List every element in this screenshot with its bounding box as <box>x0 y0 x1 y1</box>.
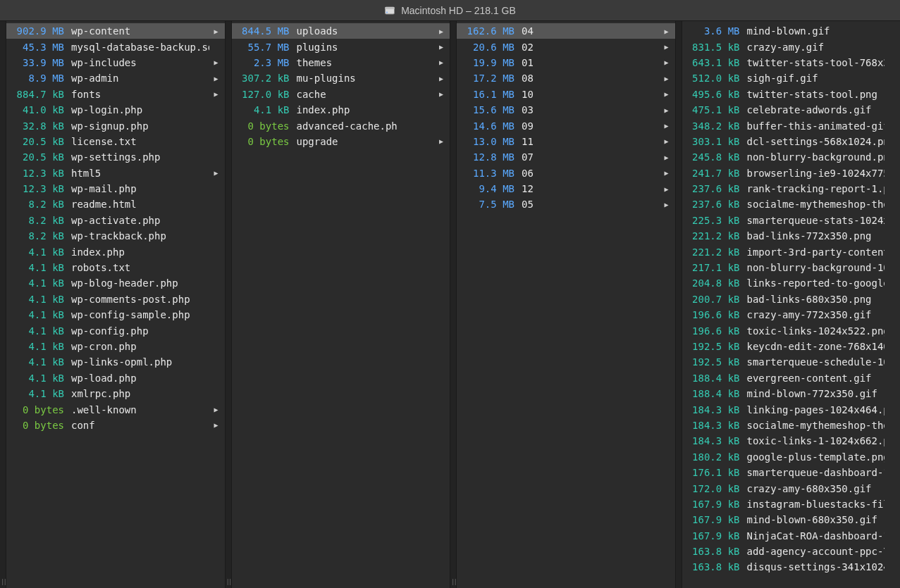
list-item[interactable]: 167.9 kBmind-blown-680x350.gif <box>682 512 901 527</box>
list-item[interactable]: 188.4 kBmind-blown-772x350.gif <box>682 386 901 401</box>
list-item[interactable]: 8.2 kBwp-trackback.php <box>6 228 225 244</box>
scrollbar[interactable] <box>676 21 682 588</box>
file-size: 475.1 kB <box>682 104 747 115</box>
list-item[interactable]: 127.0 kBcache▶ <box>232 87 450 102</box>
list-item[interactable]: 16.1 MB10▶ <box>457 87 675 102</box>
list-item[interactable]: 162.6 MB04▶ <box>457 23 675 39</box>
list-item[interactable]: 2.3 MBthemes▶ <box>232 55 450 70</box>
scrollbar[interactable] <box>226 21 232 588</box>
file-size: 245.8 kB <box>682 151 747 163</box>
list-item[interactable]: 11.3 MB06▶ <box>457 165 675 181</box>
list-item[interactable]: 902.9 MBwp-content▶ <box>6 23 225 39</box>
column-resize-handle[interactable]: || <box>226 578 231 585</box>
scrollbar[interactable] <box>450 21 457 588</box>
list-item[interactable]: 204.8 kBlinks-reported-to-google-102 <box>682 275 901 291</box>
list-item[interactable]: 221.2 kBbad-links-772x350.png <box>682 228 901 244</box>
list-item[interactable]: 225.3 kBsmarterqueue-stats-1024x792 <box>682 213 901 228</box>
list-item[interactable]: 4.1 kBindex.php <box>232 102 450 118</box>
list-item[interactable]: 20.5 kBlicense.txt <box>6 134 225 149</box>
list-item[interactable]: 643.1 kBtwitter-stats-tool-768x3119.p <box>682 55 901 70</box>
list-item[interactable]: 167.9 kBNinjaCat-ROA-dashboard-102 <box>682 528 901 544</box>
list-item[interactable]: 55.7 MBplugins▶ <box>232 39 450 54</box>
list-item[interactable]: 512.0 kBsigh-gif.gif <box>682 70 901 86</box>
list-item[interactable]: 163.8 kBadd-agency-account-ppc-768 <box>682 544 901 559</box>
list-item[interactable]: 348.2 kBbuffer-this-animated-gif-768x <box>682 118 901 133</box>
list-item[interactable]: 495.6 kBtwitter-stats-tool.png <box>682 87 901 102</box>
list-item[interactable]: 192.5 kBsmarterqueue-schedule-1024 <box>682 354 901 370</box>
list-item[interactable]: 9.4 MB12▶ <box>457 181 675 196</box>
list-item[interactable]: 13.0 MB11▶ <box>457 134 675 149</box>
file-size: 127.0 kB <box>232 89 297 100</box>
list-item[interactable]: 192.5 kBkeycdn-edit-zone-768x1409.p <box>682 339 901 354</box>
file-list[interactable]: 3.6 MBmind-blown.gif831.5 kBcrazy-amy.gi… <box>682 21 901 588</box>
list-item[interactable]: 17.2 MB08▶ <box>457 70 675 86</box>
list-item[interactable]: 200.7 kBbad-links-680x350.png <box>682 292 901 307</box>
list-item[interactable]: 172.0 kBcrazy-amy-680x350.gif <box>682 480 901 496</box>
list-item[interactable]: 12.3 kBwp-mail.php <box>6 181 225 196</box>
list-item[interactable]: 167.9 kBinstagram-bluestacks-filters.p <box>682 496 901 512</box>
list-item[interactable]: 19.9 MB01▶ <box>457 55 675 70</box>
list-item[interactable]: 3.6 MBmind-blown.gif <box>682 23 901 39</box>
list-item[interactable]: 184.3 kBtoxic-links-1-1024x662.png <box>682 433 901 449</box>
list-item[interactable]: 0 bytes.well-known▶ <box>6 401 225 417</box>
list-item[interactable]: 237.6 kBrank-tracking-report-1.png <box>682 181 901 196</box>
list-item[interactable]: 0 bytesupgrade▶ <box>232 134 450 149</box>
list-item[interactable]: 307.2 kBmu-plugins▶ <box>232 70 450 86</box>
list-item[interactable]: 176.1 kBsmarterqueue-dashboard-102 <box>682 465 901 480</box>
list-item[interactable]: 4.1 kBwp-blog-header.php <box>6 275 225 291</box>
column-resize-handle[interactable]: || <box>1 578 6 585</box>
list-item[interactable]: 0 bytesconf▶ <box>6 418 225 433</box>
list-item[interactable]: 245.8 kBnon-blurry-background.png <box>682 149 901 165</box>
list-item[interactable]: 4.1 kBwp-cron.php <box>6 339 225 354</box>
list-item[interactable]: 7.5 MB05▶ <box>457 196 675 212</box>
list-item[interactable]: 20.6 MB02▶ <box>457 39 675 54</box>
list-item[interactable]: 4.1 kBwp-links-opml.php <box>6 354 225 370</box>
list-item[interactable]: 8.2 kBwp-activate.php <box>6 213 225 228</box>
list-item[interactable]: 188.4 kBevergreen-content.gif <box>682 370 901 386</box>
list-item[interactable]: 163.8 kBdisqus-settings-341x1024.png <box>682 559 901 575</box>
list-item[interactable]: 241.7 kBbrowserling-ie9-1024x775.pn <box>682 165 901 181</box>
scrollbar[interactable] <box>0 21 6 588</box>
list-item[interactable]: 12.8 MB07▶ <box>457 149 675 165</box>
list-item[interactable]: 884.7 kBfonts▶ <box>6 87 225 102</box>
list-item[interactable]: 221.2 kBimport-3rd-party-content-for- <box>682 244 901 259</box>
file-list[interactable]: 844.5 MBuploads▶55.7 MBplugins▶2.3 MBthe… <box>232 21 450 588</box>
list-item[interactable]: 12.3 kBhtml5▶ <box>6 165 225 181</box>
file-size: 4.1 kB <box>6 246 71 258</box>
list-item[interactable]: 20.5 kBwp-settings.php <box>6 149 225 165</box>
file-list[interactable]: 902.9 MBwp-content▶45.3 MBmysql-database… <box>6 21 225 588</box>
list-item[interactable]: 4.1 kBrobots.txt <box>6 260 225 275</box>
list-item[interactable]: 15.6 MB03▶ <box>457 102 675 118</box>
list-item[interactable]: 45.3 MBmysql-database-backup.sql <box>6 39 225 54</box>
list-item[interactable]: 180.2 kBgoogle-plus-template.png <box>682 449 901 465</box>
list-item[interactable]: 184.3 kBlinking-pages-1024x464.png <box>682 401 901 417</box>
chevron-right-icon: ▶ <box>212 169 221 177</box>
list-item[interactable]: 831.5 kBcrazy-amy.gif <box>682 39 901 54</box>
list-item[interactable]: 4.1 kBwp-config-sample.php <box>6 307 225 323</box>
file-name: dcl-settings-568x1024.png <box>747 136 885 147</box>
file-list[interactable]: 162.6 MB04▶20.6 MB02▶19.9 MB01▶17.2 MB08… <box>457 21 675 588</box>
list-item[interactable]: 196.6 kBcrazy-amy-772x350.gif <box>682 307 901 323</box>
list-item[interactable]: 237.6 kBsocialme-mythemeshop-them <box>682 196 901 212</box>
list-item[interactable]: 844.5 MBuploads▶ <box>232 23 450 39</box>
list-item[interactable]: 4.1 kBwp-comments-post.php <box>6 292 225 307</box>
list-item[interactable]: 217.1 kBnon-blurry-background-1024x <box>682 260 901 275</box>
list-item[interactable]: 4.1 kBindex.php <box>6 244 225 259</box>
list-item[interactable]: 32.8 kBwp-signup.php <box>6 118 225 133</box>
list-item[interactable]: 0 bytesadvanced-cache.ph <box>232 118 450 133</box>
list-item[interactable]: 184.3 kBsocialme-mythemeshop-them <box>682 418 901 433</box>
list-item[interactable]: 8.9 MBwp-admin▶ <box>6 70 225 86</box>
list-item[interactable]: 303.1 kBdcl-settings-568x1024.png <box>682 134 901 149</box>
list-item[interactable]: 4.1 kBwp-load.php <box>6 370 225 386</box>
list-item[interactable]: 41.0 kBwp-login.php <box>6 102 225 118</box>
list-item[interactable]: 4.1 kBwp-config.php <box>6 323 225 338</box>
list-item[interactable]: 8.2 kBreadme.html <box>6 196 225 212</box>
list-item[interactable]: 4.1 kBxmlrpc.php <box>6 386 225 401</box>
list-item[interactable]: 196.6 kBtoxic-links-1024x522.png <box>682 323 901 338</box>
list-item[interactable]: 14.6 MB09▶ <box>457 118 675 133</box>
list-item[interactable]: 475.1 kBcelebrate-adwords.gif <box>682 102 901 118</box>
list-item[interactable]: 33.9 MBwp-includes▶ <box>6 55 225 70</box>
file-name: conf <box>71 420 209 431</box>
file-name: 06 <box>522 168 660 179</box>
column-resize-handle[interactable]: || <box>451 578 456 585</box>
